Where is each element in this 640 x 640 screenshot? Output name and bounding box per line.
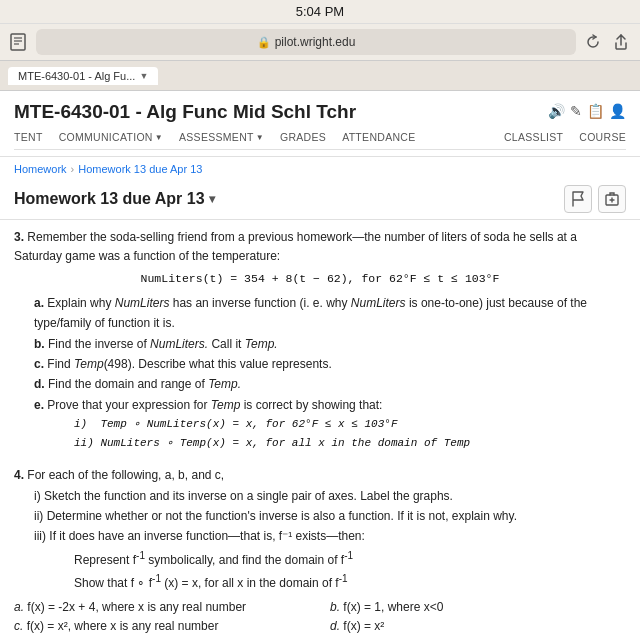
problem-4-i-text: Sketch the function and its inverse on a… <box>44 489 453 503</box>
problem-4-text: 4. For each of the following, a, b, and … <box>14 466 626 485</box>
nav-classlist[interactable]: CLASSLIST <box>504 131 563 143</box>
problem-4-func-c: c. f(x) = x², where x is any real number <box>14 617 310 636</box>
problem-4-b-text: f(x) = 1, where x<0 <box>343 600 443 614</box>
problem-4-iii-text: If it does have an inverse function—that… <box>49 529 365 543</box>
problem-3-part-a: a. Explain why NumLiters has an inverse … <box>34 293 626 334</box>
page-title-row: Homework 13 due Apr 13 ▾ <box>0 181 640 220</box>
reload-button[interactable] <box>582 31 604 53</box>
problem-4-c-text: f(x) = x², where x is any real number <box>27 619 219 633</box>
problem-4-c-label: c. <box>14 619 23 633</box>
page-content: MTE-6430-01 - Alg Func Mid Schl Tchr 🔊 ✎… <box>0 91 640 640</box>
problem-4-show: Show that f ∘ f-1 (x) = x, for all x in … <box>74 570 626 593</box>
nav-grades[interactable]: GRADES <box>280 131 326 143</box>
course-header: MTE-6430-01 - Alg Func Mid Schl Tchr 🔊 ✎… <box>0 91 640 157</box>
problem-4-represent: Represent f-1 symbolically, and find the… <box>74 547 626 570</box>
problem-4-functions-row1: a. f(x) = -2x + 4, where x is any real n… <box>14 598 626 617</box>
lock-icon: 🔒 <box>257 36 271 49</box>
nav-communication[interactable]: COMMUNICATION ▼ <box>59 131 163 143</box>
problem-3-e-ii: ii) NumLiters ∘ Temp(x) = x, for all x i… <box>74 434 626 453</box>
problem-3-part-d: d. Find the domain and range of Temp. <box>34 374 626 394</box>
page-title-text: Homework 13 due Apr 13 <box>14 190 205 208</box>
audio-icon[interactable]: 🔊 <box>548 103 565 119</box>
problem-4-b-label: b. <box>330 600 340 614</box>
problem-3-part-c: c. Find Temp(498). Describe what this va… <box>34 354 626 374</box>
nav-bar: TENT COMMUNICATION ▼ ASSESSMENT ▼ GRADES… <box>14 131 626 150</box>
problem-4-ii-label: ii) <box>34 509 43 523</box>
edit-icon[interactable]: ✎ <box>570 103 582 119</box>
problem-4-func-b: b. f(x) = 1, where x<0 <box>330 598 626 617</box>
clipboard-icon[interactable]: 📋 <box>587 103 604 119</box>
problem-3: 3. Remember the soda-selling friend from… <box>14 228 626 452</box>
address-bar[interactable]: 🔒 pilot.wright.edu <box>36 29 576 55</box>
problem-3-c-label: c. <box>34 357 44 371</box>
problem-4-i: i) Sketch the function and its inverse o… <box>34 486 626 506</box>
problem-3-intro: Remember the soda-selling friend from a … <box>14 230 577 263</box>
tab-chevron-icon: ▼ <box>139 71 148 81</box>
url-text: pilot.wright.edu <box>275 35 356 49</box>
problem-4-number: 4. <box>14 468 24 482</box>
nav-course[interactable]: COURSE <box>579 131 626 143</box>
problem-4-a-text: f(x) = -2x + 4, where x is any real numb… <box>27 600 246 614</box>
problem-4-functions-row2: c. f(x) = x², where x is any real number… <box>14 617 626 636</box>
course-title: MTE-6430-01 - Alg Func Mid Schl Tchr <box>14 101 356 123</box>
page-title-chevron-icon[interactable]: ▾ <box>209 192 215 206</box>
browser-chrome: 🔒 pilot.wright.edu <box>0 24 640 61</box>
svg-rect-0 <box>11 34 25 50</box>
nav-content[interactable]: TENT <box>14 131 43 143</box>
problem-4-d-text: f(x) = x² <box>343 619 384 633</box>
nav-assess-chevron: ▼ <box>256 133 264 142</box>
problem-3-text: 3. Remember the soda-selling friend from… <box>14 228 626 266</box>
problem-4-a-label: a. <box>14 600 24 614</box>
problem-4-functions: a. f(x) = -2x + 4, where x is any real n… <box>14 598 626 636</box>
breadcrumb-sep1: › <box>71 163 75 175</box>
page-actions <box>564 185 626 213</box>
bookmarks-icon[interactable] <box>8 31 30 53</box>
problem-3-e-label: e. <box>34 398 44 412</box>
problem-4-iii: iii) If it does have an inverse function… <box>34 526 626 546</box>
problem-3-b-label: b. <box>34 337 45 351</box>
active-tab[interactable]: MTE-6430-01 - Alg Fu... ▼ <box>8 67 158 85</box>
content-area: 3. Remember the soda-selling friend from… <box>0 220 640 640</box>
problem-4-ii: ii) Determine whether or not the functio… <box>34 506 626 526</box>
problem-3-a-text: Explain why NumLiters has an inverse fun… <box>34 296 587 330</box>
problem-3-formula: NumLiters(t) = 354 + 8(t − 62), for 62°F… <box>14 270 626 288</box>
problem-3-e-i: i) Temp ∘ NumLiters(x) = x, for 62°F ≤ x… <box>74 415 626 434</box>
problem-3-c-text: Find Temp(498). Describe what this value… <box>47 357 331 371</box>
problem-3-a-label: a. <box>34 296 44 310</box>
status-bar: 5:04 PM <box>0 0 640 24</box>
problem-4-d-label: d. <box>330 619 340 633</box>
user-icon[interactable]: 👤 <box>609 103 626 119</box>
breadcrumb: Homework › Homework 13 due Apr 13 <box>0 157 640 181</box>
problem-4-func-a: a. f(x) = -2x + 4, where x is any real n… <box>14 598 310 617</box>
problem-3-part-e: e. Prove that your expression for Temp i… <box>34 395 626 453</box>
status-time: 5:04 PM <box>296 4 344 19</box>
nav-attendance[interactable]: ATTENDANCE <box>342 131 415 143</box>
problem-4: 4. For each of the following, a, b, and … <box>14 466 626 636</box>
page-title: Homework 13 due Apr 13 ▾ <box>14 190 215 208</box>
problem-4-intro: For each of the following, a, b, and c, <box>27 468 224 482</box>
breadcrumb-homework-link[interactable]: Homework <box>14 163 67 175</box>
problem-3-e-text: Prove that your expression for Temp is c… <box>47 398 382 412</box>
breadcrumb-hw13-link[interactable]: Homework 13 due Apr 13 <box>78 163 202 175</box>
nav-assessment[interactable]: ASSESSMENT ▼ <box>179 131 264 143</box>
tab-bar: MTE-6430-01 - Alg Fu... ▼ <box>0 61 640 91</box>
problem-4-i-label: i) <box>34 489 41 503</box>
tab-label: MTE-6430-01 - Alg Fu... <box>18 70 135 82</box>
problem-4-iii-label: iii) <box>34 529 46 543</box>
problem-3-number: 3. <box>14 230 24 244</box>
problem-4-ii-text: Determine whether or not the function's … <box>47 509 517 523</box>
problem-3-part-b: b. Find the inverse of NumLiters. Call i… <box>34 334 626 354</box>
nav-comm-chevron: ▼ <box>155 133 163 142</box>
problem-3-b-text: Find the inverse of NumLiters. Call it T… <box>48 337 278 351</box>
browser-toolbar: 🔒 pilot.wright.edu <box>0 24 640 60</box>
problem-4-inverse-details: Represent f-1 symbolically, and find the… <box>74 547 626 594</box>
problem-3-d-label: d. <box>34 377 45 391</box>
share-button[interactable] <box>610 31 632 53</box>
device-frame: 5:04 PM 🔒 pilot.wright.edu <box>0 0 640 640</box>
page-action-share-button[interactable] <box>598 185 626 213</box>
page-action-flag-button[interactable] <box>564 185 592 213</box>
problem-4-func-d: d. f(x) = x² <box>330 617 626 636</box>
problem-3-d-text: Find the domain and range of Temp. <box>48 377 241 391</box>
